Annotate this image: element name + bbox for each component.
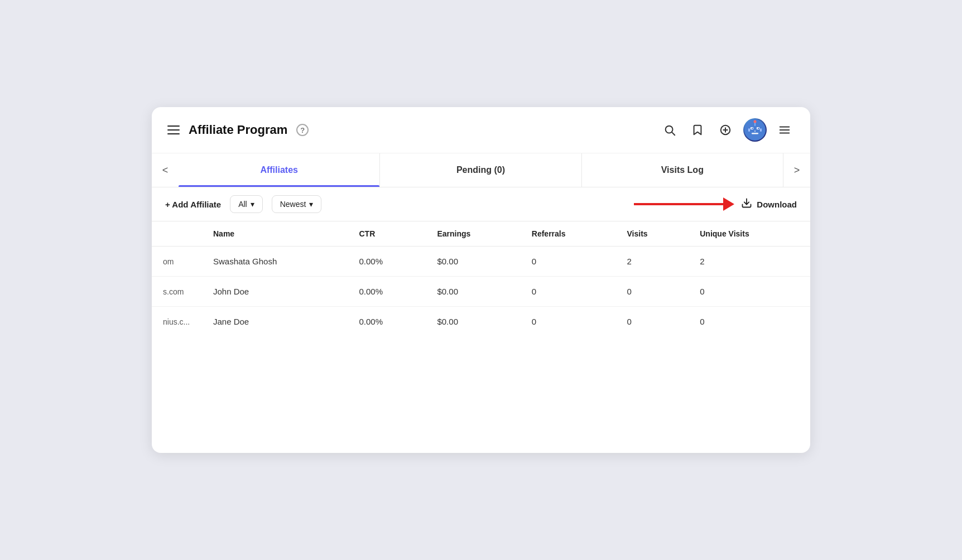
row-unique-visits-2: 0 [689, 307, 810, 337]
row-visits-0: 2 [616, 247, 689, 277]
row-referrals-0: 0 [521, 247, 616, 277]
download-button[interactable]: Download [741, 197, 797, 211]
filter-dropdown[interactable]: All ▾ [230, 195, 263, 213]
row-name-2: Jane Doe [202, 307, 348, 337]
tabs-row: < Affiliates Pending (0) Visits Log > [152, 153, 810, 187]
header-right [660, 118, 795, 142]
arrow-and-download: Download [330, 197, 797, 211]
avatar[interactable] [743, 118, 767, 142]
row-name-0: Swashata Ghosh [202, 247, 348, 277]
table-header-row: Name CTR Earnings Referrals Visits Uniqu… [152, 221, 810, 247]
arrow-head [723, 197, 734, 211]
row-url-1: s.com [152, 277, 202, 307]
header-left: Affiliate Program ? [167, 123, 309, 137]
tab-pending[interactable]: Pending (0) [380, 153, 581, 187]
row-unique-visits-0: 2 [689, 247, 810, 277]
row-visits-1: 0 [616, 277, 689, 307]
tab-visits-log[interactable]: Visits Log [582, 153, 783, 187]
svg-rect-10 [754, 131, 756, 132]
table-row[interactable]: s.com John Doe 0.00% $0.00 0 0 0 [152, 277, 810, 307]
row-name-1: John Doe [202, 277, 348, 307]
tab-affiliates[interactable]: Affiliates [179, 153, 380, 187]
row-ctr-1: 0.00% [348, 277, 426, 307]
main-card: Affiliate Program ? [152, 107, 810, 453]
row-earnings-0: $0.00 [426, 247, 520, 277]
svg-rect-12 [748, 128, 750, 132]
col-earnings: Earnings [426, 221, 520, 247]
row-earnings-1: $0.00 [426, 277, 520, 307]
table-container: Name CTR Earnings Referrals Visits Uniqu… [152, 221, 810, 336]
sort-dropdown[interactable]: Newest ▾ [272, 195, 322, 213]
bookmark-icon[interactable] [687, 120, 708, 140]
svg-rect-9 [758, 128, 759, 129]
svg-rect-11 [752, 133, 758, 134]
table-row[interactable]: nius.c... Jane Doe 0.00% $0.00 0 0 0 [152, 307, 810, 337]
filter-chevron-icon: ▾ [251, 200, 254, 209]
row-visits-2: 0 [616, 307, 689, 337]
row-referrals-1: 0 [521, 277, 616, 307]
col-visits: Visits [616, 221, 689, 247]
header: Affiliate Program ? [152, 107, 810, 153]
svg-rect-13 [760, 128, 762, 132]
svg-line-1 [672, 132, 675, 135]
toolbar: + Add Affiliate All ▾ Newest ▾ [152, 187, 810, 221]
affiliates-table: Name CTR Earnings Referrals Visits Uniqu… [152, 221, 810, 336]
svg-rect-8 [752, 128, 753, 129]
svg-point-15 [754, 120, 757, 123]
row-referrals-2: 0 [521, 307, 616, 337]
col-url [152, 221, 202, 247]
search-icon[interactable] [660, 120, 680, 140]
help-icon[interactable]: ? [296, 124, 309, 136]
arrow-line [634, 203, 723, 205]
add-affiliate-button[interactable]: + Add Affiliate [165, 200, 221, 209]
table-row[interactable]: om Swashata Ghosh 0.00% $0.00 0 2 2 [152, 247, 810, 277]
row-ctr-0: 0.00% [348, 247, 426, 277]
sort-chevron-icon: ▾ [309, 200, 313, 209]
col-ctr: CTR [348, 221, 426, 247]
page-title: Affiliate Program [189, 123, 287, 137]
add-circle-icon[interactable] [715, 120, 735, 140]
row-earnings-2: $0.00 [426, 307, 520, 337]
hamburger-right-icon[interactable] [775, 120, 795, 140]
download-icon [741, 197, 752, 211]
tab-next-arrow[interactable]: > [783, 153, 810, 187]
col-name: Name [202, 221, 348, 247]
red-arrow-indicator [634, 197, 734, 211]
col-unique-visits: Unique Visits [689, 221, 810, 247]
row-ctr-2: 0.00% [348, 307, 426, 337]
menu-icon[interactable] [167, 125, 180, 134]
col-referrals: Referrals [521, 221, 616, 247]
row-url-2: nius.c... [152, 307, 202, 337]
row-url-0: om [152, 247, 202, 277]
row-unique-visits-1: 0 [689, 277, 810, 307]
tab-prev-arrow[interactable]: < [152, 153, 179, 187]
